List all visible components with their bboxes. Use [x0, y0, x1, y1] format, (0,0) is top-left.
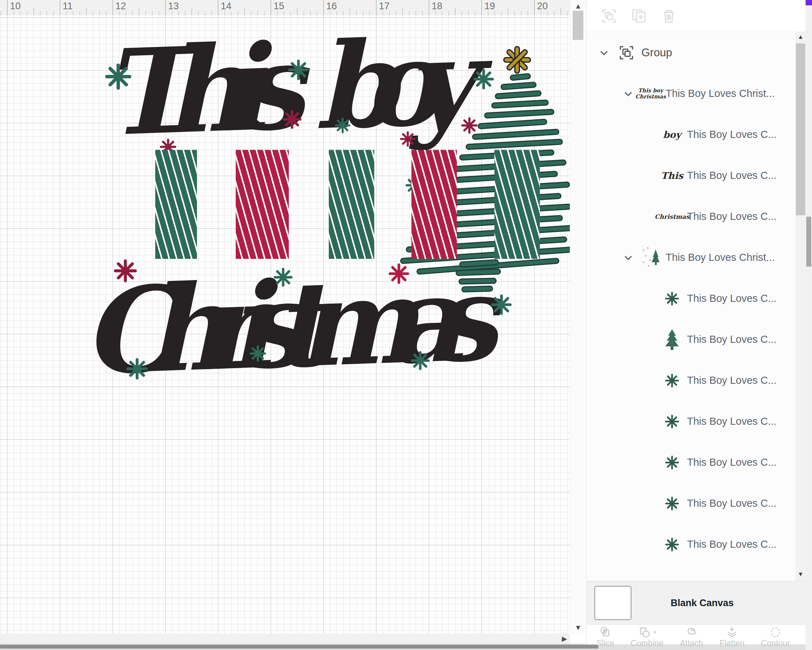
blank-canvas-row[interactable]: Blank Canvas	[586, 581, 806, 625]
slice-icon	[598, 626, 612, 638]
layer-label: This Boy Loves C...	[687, 211, 776, 222]
chevron-down-icon[interactable]	[598, 47, 610, 59]
layers-scroll-thumb[interactable]	[796, 43, 805, 215]
ruler-number: 16	[326, 1, 337, 12]
delete-button[interactable]	[661, 8, 677, 24]
scroll-right-icon[interactable]: ▶	[562, 635, 567, 643]
layer-row[interactable]: This Boy Loves C...	[586, 442, 795, 483]
action-label: Slice	[597, 639, 614, 648]
flatten-icon	[725, 626, 739, 638]
design-word-loves[interactable]: LOVES	[138, 156, 397, 253]
horizontal-ruler: 1011121314151617181920	[0, 0, 570, 16]
combine-button[interactable]: ▾Combine	[631, 625, 664, 644]
layer-label: This Boy Loves C...	[687, 456, 776, 468]
layer-label: This Boy Loves C...	[687, 128, 776, 141]
canvas-area[interactable]: 1011121314151617181920 This boy Christma…	[0, 0, 570, 644]
layer-row[interactable]: ChristmasThis Boy Loves C...	[586, 196, 795, 237]
layer-label: This Boy Loves C...	[687, 333, 776, 345]
chevron-down-icon[interactable]	[622, 88, 634, 100]
layers-panel-toolbar	[586, 0, 806, 32]
window-vertical-scrollbar[interactable]	[806, 0, 812, 650]
caret-down-icon: ▾	[653, 629, 656, 635]
text-layer-thumbnail: boy	[662, 122, 682, 147]
action-label: Contour	[761, 639, 790, 648]
layer-label: This Boy Loves C...	[687, 292, 776, 304]
text-layer-thumbnail: This	[662, 163, 682, 188]
layer-row[interactable]: This Boy Loves C...	[586, 278, 795, 319]
ruler-number: 10	[10, 1, 21, 12]
flatten-button[interactable]: Flatten	[719, 625, 744, 644]
layer-label: This Boy Loves C...	[687, 416, 776, 427]
layer-label: Group	[641, 46, 672, 59]
snowflake-thumbnail	[662, 368, 682, 393]
loves-letter[interactable]: S	[495, 150, 540, 259]
tree-group-thumbnail	[641, 245, 661, 270]
layer-row[interactable]: This Boy Loves C...	[586, 319, 795, 360]
layer-row[interactable]: This Boy Loves Christ...	[586, 237, 795, 278]
layers-panel: Group This boyChristmasThis Boy Loves Ch…	[586, 0, 806, 644]
layers-list: Group This boyChristmasThis Boy Loves Ch…	[586, 32, 795, 581]
action-label: Attach	[680, 639, 703, 648]
action-label: Combine	[631, 639, 664, 648]
text-layer-thumbnail: Christmas	[662, 204, 682, 229]
layer-label: This Boy Loves C...	[687, 170, 776, 181]
ruler-number: 11	[63, 1, 73, 12]
layer-actions-bar: Slice ▾Combine Attach Flatten Contour	[586, 624, 812, 644]
ruler-number: 15	[273, 1, 284, 12]
ruler-number: 13	[168, 1, 179, 12]
window-scrollbar-cap	[806, 0, 812, 5]
canvas-horizontal-scrollbar[interactable]: ▶	[0, 633, 570, 644]
snowflake-thumbnail	[662, 286, 682, 311]
loves-letter[interactable]: O	[235, 150, 288, 259]
scroll-down-icon[interactable]: ▼	[570, 624, 586, 632]
chevron-down-icon[interactable]	[622, 252, 634, 264]
contour-icon	[768, 626, 783, 638]
contour-button[interactable]: Contour	[761, 625, 790, 644]
ruler-number: 12	[115, 1, 126, 12]
layers-scroll-up-icon[interactable]: ▲	[795, 34, 806, 41]
layer-label: This Boy Loves C...	[687, 538, 776, 550]
canvas-vertical-scrollbar[interactable]: ▲ ▼	[570, 0, 586, 633]
blank-canvas-thumbnail[interactable]	[594, 586, 632, 620]
ruler-number: 18	[432, 1, 442, 12]
layer-row[interactable]: This boyChristmasThis Boy Loves Christ..…	[586, 73, 795, 114]
canvas-grid[interactable]	[0, 15, 570, 633]
text-layers-thumbnail: This boyChristmas	[641, 81, 661, 106]
combine-icon	[638, 626, 652, 638]
slice-button[interactable]: Slice	[597, 625, 614, 644]
scroll-up-icon[interactable]: ▲	[570, 2, 586, 10]
window-scroll-thumb[interactable]	[806, 217, 811, 266]
loves-letter[interactable]: E	[412, 150, 457, 259]
layers-scroll-down-icon[interactable]: ▼	[795, 571, 806, 578]
snowflake-thumbnail	[662, 491, 682, 516]
layer-row[interactable]: This Boy Loves C...	[586, 524, 795, 565]
layer-label: This Boy Loves C...	[687, 497, 776, 509]
ruler-number: 14	[221, 1, 232, 12]
layer-label: This Boy Loves C...	[687, 375, 776, 386]
vertical-scroll-thumb[interactable]	[573, 11, 583, 40]
loves-letter[interactable]: L	[155, 150, 197, 259]
layer-row[interactable]: This Boy Loves C...	[586, 401, 795, 442]
action-label: Flatten	[719, 639, 744, 648]
ruler-number: 19	[484, 1, 495, 12]
attach-icon	[684, 626, 699, 638]
ruler-number: 20	[537, 1, 548, 12]
layer-row[interactable]: boyThis Boy Loves C...	[586, 114, 795, 155]
attach-button[interactable]: Attach	[680, 625, 703, 644]
snowflake-thumbnail	[662, 450, 682, 475]
blank-canvas-label: Blank Canvas	[671, 598, 734, 609]
group-button[interactable]	[601, 8, 617, 24]
layers-scrollbar[interactable]: ▲ ▼	[795, 32, 806, 581]
horizontal-scroll-thumb[interactable]	[0, 645, 598, 648]
layer-row[interactable]: This Boy Loves C...	[586, 360, 795, 401]
layer-label: This Boy Loves Christ...	[665, 252, 775, 263]
ruler-number: 17	[379, 1, 390, 12]
layer-row[interactable]: ThisThis Boy Loves C...	[586, 155, 795, 196]
duplicate-button[interactable]	[631, 8, 647, 24]
loves-letter[interactable]: V	[329, 150, 374, 259]
layer-label: This Boy Loves Christ...	[665, 88, 775, 99]
layer-row-group[interactable]: Group	[586, 32, 795, 73]
design-app: 1011121314151617181920 This boy Christma…	[0, 0, 812, 650]
snowflake-thumbnail	[662, 409, 682, 434]
layer-row[interactable]: This Boy Loves C...	[586, 483, 795, 524]
